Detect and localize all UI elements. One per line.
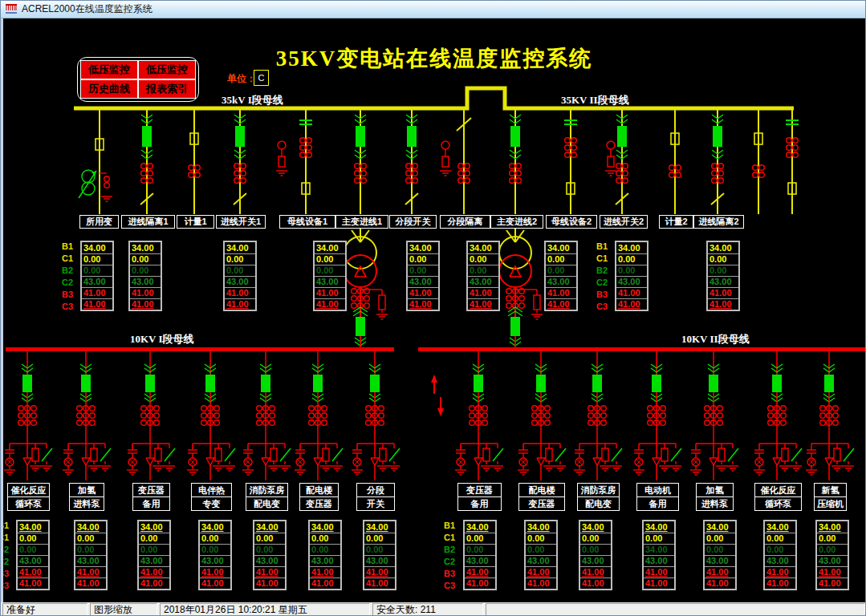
- status-empty: [486, 603, 865, 616]
- temp-value-cell: 43.00: [310, 555, 340, 566]
- lower-bay-label-line2: 进料泵: [70, 496, 104, 510]
- lower-bay-label[interactable]: 变压器备用: [457, 483, 502, 511]
- upper-bay-label[interactable]: 母线设备2: [546, 215, 597, 229]
- temp-value-cell: 0.00: [705, 544, 735, 555]
- temp-value-cell: 41.00: [708, 298, 738, 310]
- temp-value-cell: 34.00: [526, 521, 556, 533]
- nav-button-lv-monitor-2[interactable]: 低压监控: [138, 60, 196, 79]
- temp-row-label: C2: [1, 556, 11, 568]
- temp-value-cell: 43.00: [708, 276, 738, 287]
- temp-value-cell: 41.00: [708, 287, 738, 298]
- lower-bay-label-line1: 变压器: [458, 484, 501, 496]
- temp-value-cell: 41.00: [200, 578, 230, 589]
- nav-button-history-curve[interactable]: 历史曲线: [80, 79, 138, 99]
- temp-value-cell: 0.00: [468, 253, 498, 265]
- temp-value-cell: 41.00: [139, 566, 169, 578]
- temp-value-cell: 34.00: [139, 521, 169, 533]
- temp-table: 34.000.000.0043.0041.0041.00: [80, 241, 114, 311]
- temp-row-label: B3: [1, 568, 11, 580]
- lower-bay-label[interactable]: 加氢进料泵: [69, 483, 104, 511]
- nav-button-lv-monitor-1[interactable]: 低压监控: [80, 60, 138, 79]
- upper-bay-label[interactable]: 所用变: [79, 215, 119, 229]
- lower-bay-label[interactable]: 消防泵房配电变: [246, 483, 288, 511]
- lower-bay-label[interactable]: 配电楼变压器: [518, 483, 565, 511]
- upper-bay-label[interactable]: 母线设备1: [279, 215, 335, 229]
- temp-value-cell: 34.00: [580, 521, 611, 533]
- temp-value-cell: 0.00: [580, 533, 611, 544]
- temp-table: 34.000.000.0043.0041.0041.00: [524, 520, 558, 590]
- temp-value-cell: 41.00: [546, 287, 576, 298]
- lower-bay-label[interactable]: 电动机备用: [636, 483, 679, 511]
- upper-bay-label[interactable]: 主变进线2: [490, 215, 543, 229]
- temp-value-cell: 34.00: [130, 242, 161, 253]
- temp-value-cell: 41.00: [310, 578, 340, 589]
- temp-value-cell: 0.00: [139, 533, 169, 544]
- temp-value-cell: 41.00: [765, 578, 795, 589]
- temp-value-cell: 43.00: [817, 555, 848, 566]
- temp-value-cell: 0.00: [616, 253, 647, 265]
- temp-row-labels: B1C1B2C2B3C3: [440, 520, 457, 592]
- nav-button-box: 低压监控 低压监控 历史曲线 报表索引: [77, 57, 199, 102]
- lower-bay-label[interactable]: 催化反应循环泵: [7, 483, 50, 511]
- temp-value-cell: 43.00: [580, 555, 611, 566]
- temp-row-label: B1: [1, 520, 11, 532]
- temp-row-label: B2: [1, 544, 11, 556]
- bus10-2-label: 10KV II段母线: [681, 332, 750, 346]
- temp-value-cell: 0.00: [254, 533, 285, 544]
- upper-bay-label[interactable]: 计量1: [177, 215, 214, 229]
- lower-bay-label-line2: 压缩机: [815, 496, 846, 510]
- temp-table: 34.000.000.0043.0041.0041.00: [137, 520, 171, 590]
- lower-bay-label-line2: 备用: [133, 496, 169, 510]
- upper-bay-label[interactable]: 主变进线1: [335, 215, 388, 229]
- temp-row-label: C1: [592, 253, 610, 265]
- upper-bay-label[interactable]: 分段隔离: [440, 215, 490, 229]
- temp-value-cell: 34.00: [364, 521, 395, 533]
- temp-value-cell: 34.00: [708, 242, 738, 253]
- lower-bay-label[interactable]: 配电楼变压器: [299, 483, 339, 511]
- nav-button-report-index[interactable]: 报表索引: [138, 79, 196, 99]
- temp-value-cell: 34.00: [200, 521, 230, 533]
- temp-value-cell: 0.00: [75, 544, 106, 555]
- lower-bay-label[interactable]: 催化反应循环泵: [754, 483, 802, 511]
- temp-row-label: B3: [58, 289, 75, 301]
- temp-value-cell: 43.00: [705, 555, 735, 566]
- temp-table: 34.000.000.0043.0041.0041.00: [463, 520, 497, 590]
- temp-value-cell: 43.00: [765, 555, 795, 566]
- temp-value-cell: 43.00: [465, 555, 495, 566]
- temp-row-label: B3: [592, 289, 610, 301]
- lower-bay-label[interactable]: 变压器备用: [132, 483, 170, 511]
- lower-bay-label-line2: 专变: [192, 496, 231, 510]
- temp-row-label: C3: [440, 580, 457, 592]
- temp-row-label: C2: [592, 277, 610, 289]
- upper-bay-label[interactable]: 进线开关2: [600, 215, 648, 229]
- lower-bay-label[interactable]: 电伴热专变: [191, 483, 232, 511]
- temp-value-cell: 0.00: [315, 265, 345, 276]
- upper-bay-label[interactable]: 计量2: [659, 215, 693, 229]
- lower-bay-label[interactable]: 分段开关: [356, 483, 395, 511]
- upper-bay-label[interactable]: 进线隔离2: [693, 215, 744, 229]
- temp-row-labels: B1C1B2C2B3C3: [58, 241, 75, 313]
- upper-bay-label[interactable]: 进线隔离1: [121, 215, 175, 229]
- lower-bay-label-line2: 备用: [637, 496, 678, 510]
- lower-bay-label[interactable]: 新氢压缩机: [814, 483, 847, 511]
- temp-value-cell: 0.00: [708, 265, 738, 276]
- lower-bay-label[interactable]: 加氢进料泵: [696, 483, 734, 511]
- lower-bay-label-line1: 变压器: [133, 484, 169, 496]
- upper-bay-label[interactable]: 进线开关1: [216, 215, 266, 229]
- temp-row-label: C3: [1, 580, 11, 592]
- upper-bay-label[interactable]: 分段开关: [389, 215, 437, 229]
- lower-bay-label-line2: 配电变: [246, 496, 287, 510]
- lower-bay-label[interactable]: 消防泵房配电变: [577, 483, 620, 511]
- status-ready: 准备好: [2, 603, 87, 616]
- temp-value-cell: 34.00: [616, 242, 647, 253]
- unit-value-box[interactable]: C: [254, 70, 269, 86]
- temp-value-cell: 0.00: [200, 544, 230, 555]
- status-bar: 准备好 图形缩放 2018年01月26日 10:20:21 星期五 安全天数: …: [1, 602, 866, 616]
- temp-value-cell: 34.00: [310, 521, 340, 533]
- temp-value-cell: 41.00: [408, 287, 438, 298]
- temp-value-cell: 34.00: [546, 242, 576, 253]
- temp-value-cell: 41.00: [225, 298, 255, 310]
- temp-value-cell: 43.00: [225, 276, 255, 287]
- temp-value-cell: 0.00: [310, 544, 340, 555]
- lower-bay-label-line1: 配电楼: [519, 484, 564, 496]
